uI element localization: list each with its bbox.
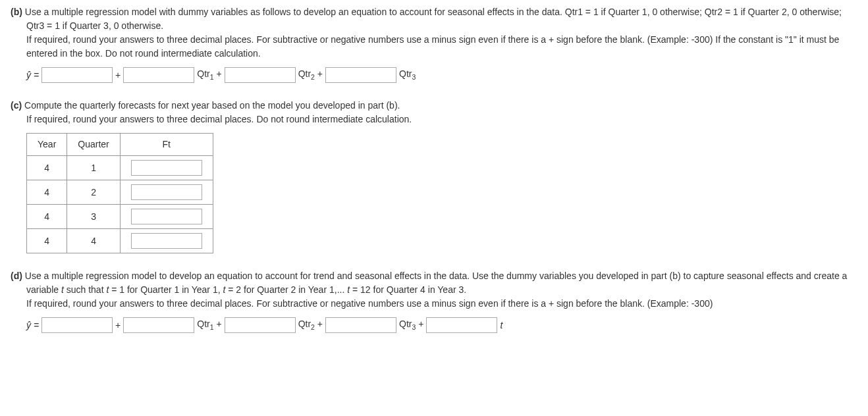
cell-year: 4 xyxy=(27,229,67,253)
table-row: 4 4 xyxy=(27,229,213,253)
d-intercept-input[interactable] xyxy=(41,317,113,333)
part-c-prompt-1: (c) Compute the quarterly forecasts for … xyxy=(26,99,857,113)
t-label: t xyxy=(500,319,502,332)
part-b-prompt-1: (b) Use a multiple regression model with… xyxy=(26,5,857,33)
header-quarter: Quarter xyxy=(67,134,120,156)
d-qtr2-coef-input[interactable] xyxy=(225,317,296,333)
b-qtr1-coef-input[interactable] xyxy=(123,67,194,83)
part-d-label: (d) xyxy=(11,271,22,281)
part-c-prompt-2: If required, round your answers to three… xyxy=(26,113,857,126)
forecast-input-q4[interactable] xyxy=(131,233,202,249)
b-qtr3-coef-input[interactable] xyxy=(325,67,396,83)
b-intercept-input[interactable] xyxy=(41,67,113,83)
cell-quarter: 4 xyxy=(67,229,120,253)
b-qtr2-coef-input[interactable] xyxy=(225,67,296,83)
cell-quarter: 2 xyxy=(67,180,120,205)
qtr1-label: Qtr1 + xyxy=(197,67,221,83)
qtr2-label: Qtr2 + xyxy=(298,317,323,333)
part-b-label: (b) xyxy=(11,7,22,17)
forecast-input-q1[interactable] xyxy=(131,160,202,176)
forecast-table: Year Quarter Ft 4 1 4 2 4 3 4 4 xyxy=(26,133,213,253)
table-row: 4 1 xyxy=(27,156,213,180)
qtr3-label: Qtr3 xyxy=(399,67,416,83)
part-b-prompt-2: If required, round your answers to three… xyxy=(26,33,857,61)
cell-year: 4 xyxy=(27,156,67,180)
part-d-prompt-2: If required, round your answers to three… xyxy=(26,297,857,311)
qtr2-label: Qtr2 + xyxy=(298,67,323,83)
part-d-text1: Use a multiple regression model to devel… xyxy=(25,271,848,295)
part-b-equation: ŷ = + Qtr1 + Qtr2 + Qtr3 xyxy=(26,67,857,83)
part-d-prompt-1: (d) Use a multiple regression model to d… xyxy=(26,269,857,297)
cell-quarter: 1 xyxy=(67,156,120,180)
table-header-row: Year Quarter Ft xyxy=(27,134,213,156)
yhat-label: ŷ = xyxy=(26,319,39,332)
part-d: (d) Use a multiple regression model to d… xyxy=(11,269,857,333)
forecast-input-q3[interactable] xyxy=(131,209,202,224)
forecast-input-q2[interactable] xyxy=(131,184,202,200)
part-c: (c) Compute the quarterly forecasts for … xyxy=(11,99,857,253)
qtr3-label: Qtr3 + xyxy=(399,317,423,333)
part-b: (b) Use a multiple regression model with… xyxy=(11,5,857,83)
cell-year: 4 xyxy=(27,180,67,205)
d-t-coef-input[interactable] xyxy=(426,317,497,333)
table-row: 4 3 xyxy=(27,205,213,229)
table-row: 4 2 xyxy=(27,180,213,205)
part-b-text1: Use a multiple regression model with dum… xyxy=(25,7,842,31)
d-qtr3-coef-input[interactable] xyxy=(325,317,396,333)
plus-sign: + xyxy=(115,68,121,82)
part-c-label: (c) xyxy=(11,100,22,111)
yhat-label: ŷ = xyxy=(26,68,39,82)
cell-quarter: 3 xyxy=(67,205,120,229)
cell-year: 4 xyxy=(27,205,67,229)
qtr1-label: Qtr1 + xyxy=(197,317,221,333)
header-ft: Ft xyxy=(120,134,213,156)
part-d-equation: ŷ = + Qtr1 + Qtr2 + Qtr3 + t xyxy=(26,317,857,333)
plus-sign: + xyxy=(115,319,121,332)
part-c-text1: Compute the quarterly forecasts for next… xyxy=(24,100,400,111)
d-qtr1-coef-input[interactable] xyxy=(123,317,194,333)
header-year: Year xyxy=(27,134,67,156)
